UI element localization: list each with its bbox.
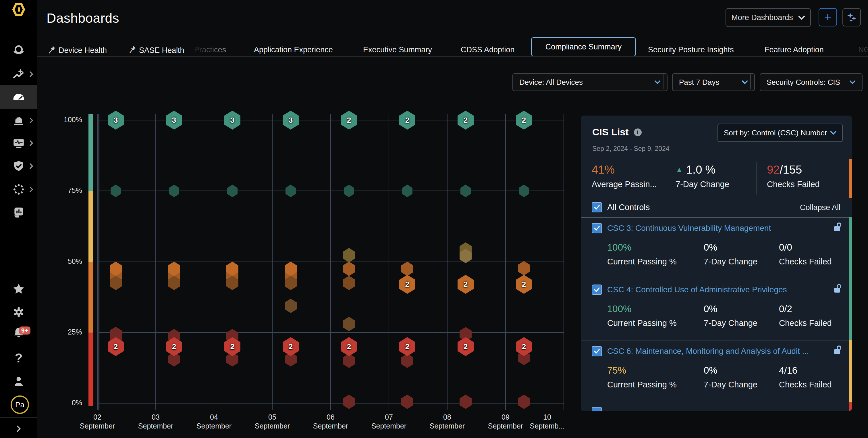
help-icon: ? [15, 351, 23, 365]
csc-row: CSC 6: Maintenance, Monitoring and Analy… [581, 340, 852, 402]
csc-change-value: 0% [704, 242, 717, 253]
hex-marker [460, 395, 472, 409]
sidebar-item-security-posture[interactable] [0, 154, 37, 178]
sidebar-item-segments[interactable] [0, 178, 37, 201]
x-axis-tick-label: 06September [303, 413, 358, 431]
collapse-all-button[interactable]: Collapse All [800, 203, 840, 212]
y-axis-line [98, 114, 99, 410]
v-gridline [389, 114, 389, 410]
hex-marker: 2 [516, 337, 532, 356]
colorbar-segment [89, 114, 93, 191]
csc-checkbox[interactable] [592, 285, 602, 295]
hex-marker: 3 [283, 111, 299, 129]
notification-badge: 9+ [19, 326, 30, 334]
csc-failed-value: 4/16 [779, 365, 797, 376]
v-gridline [155, 114, 156, 410]
dashboards-icon [12, 90, 26, 104]
csc-link[interactable]: CSC 6: Maintenance, Monitoring and Analy… [607, 347, 809, 356]
radar-icon [12, 44, 25, 57]
hex-marker: 2 [458, 275, 474, 294]
sidebar-item-user[interactable] [0, 370, 37, 393]
sidebar-item-reports[interactable] [0, 200, 37, 224]
avatar[interactable]: Pa [11, 396, 29, 414]
v-gridline [214, 114, 214, 410]
h-gridline [99, 191, 564, 191]
avg-passing-label: Average Passin... [592, 180, 657, 189]
row-status-strip [849, 279, 852, 340]
lock-open-icon[interactable] [833, 345, 842, 357]
sidebar-item-dashboards[interactable] [0, 85, 37, 109]
hex-marker [402, 184, 412, 197]
hex-marker [343, 317, 355, 331]
csc-link[interactable]: CSC 4: Controlled Use of Administrative … [607, 285, 787, 294]
csc-row-partial [581, 402, 852, 411]
summary-strip [849, 159, 852, 198]
csc-passing-value: 100% [607, 242, 631, 253]
chevron-right-icon [29, 117, 33, 124]
hex-marker [519, 184, 529, 197]
csc-failed-value: 0/2 [779, 303, 792, 314]
insights-icon [12, 67, 25, 81]
y-axis-tick-label: 25% [51, 328, 82, 336]
csc-checkbox[interactable] [592, 407, 602, 411]
hex-marker: 2 [166, 337, 182, 356]
sidebar-item-favorites[interactable] [0, 278, 37, 300]
hex-marker: 2 [516, 111, 532, 129]
hex-marker: 3 [166, 111, 182, 129]
csc-checkbox[interactable] [592, 223, 602, 233]
y-axis-tick-label: 100% [51, 116, 82, 124]
shield-check-icon [12, 159, 25, 173]
sidebar-item-insights[interactable] [0, 62, 37, 86]
checks-failed-label: Checks Failed [767, 180, 820, 189]
hex-marker: 2 [516, 275, 532, 294]
csc-change-value: 0% [704, 365, 717, 376]
hex-marker: 2 [458, 111, 474, 129]
device-monitor-icon [12, 137, 25, 150]
csc-passing-value: 75% [607, 365, 626, 376]
sidebar-expand-button[interactable] [0, 420, 37, 437]
cis-list-panel: CIS Listi Sort by: Control (CSC) Number … [581, 116, 852, 411]
hex-marker: 2 [399, 111, 415, 129]
hex-marker: 2 [399, 337, 415, 356]
lock-open-icon[interactable] [833, 222, 842, 234]
hex-marker [343, 395, 355, 409]
info-icon[interactable]: i [634, 128, 642, 136]
sidebar-item-radar[interactable] [0, 38, 37, 62]
sidebar-item-notifications[interactable]: 9+ [0, 321, 37, 344]
avg-passing-value: 41% [592, 163, 657, 176]
hex-marker [343, 262, 355, 276]
csc-checkbox[interactable] [592, 346, 602, 356]
csc-link[interactable]: CSC 3: Continuous Vulnerability Manageme… [607, 224, 771, 233]
hex-marker [518, 261, 530, 275]
sidebar-item-settings[interactable] [0, 301, 37, 324]
lock-open-icon[interactable] [833, 283, 842, 295]
app-logo[interactable] [7, 2, 30, 17]
sort-by-dropdown[interactable]: Sort by: Control (CSC) Number [717, 124, 843, 142]
hex-marker: 3 [224, 111, 240, 129]
h-gridline [99, 403, 564, 404]
hex-marker: 2 [399, 275, 415, 294]
panel-title: CIS Listi [592, 126, 642, 138]
all-controls-checkbox[interactable] [592, 202, 602, 212]
chevron-right-icon [29, 140, 33, 146]
alarm-icon [12, 114, 25, 127]
settings-gear-icon [12, 306, 25, 318]
x-axis-tick-label: 04September [187, 413, 241, 431]
hex-marker [343, 275, 355, 290]
x-axis-tick-label: 02September [70, 413, 125, 431]
csc-passing-value: 100% [607, 303, 631, 314]
csc-change-value: 0% [704, 303, 717, 314]
hex-marker [285, 184, 296, 197]
y-axis-tick-label: 50% [51, 257, 82, 266]
hex-marker [111, 184, 121, 197]
dotted-circle-icon [12, 183, 25, 196]
chevron-right-icon [29, 71, 33, 77]
hex-marker [343, 248, 355, 262]
hex-marker: 2 [283, 337, 299, 356]
sidebar-item-device-monitor[interactable] [0, 132, 37, 155]
y-axis-tick-label: 75% [51, 186, 82, 195]
x-axis-tick-label: 07September [362, 413, 416, 431]
avatar-initials: Pa [15, 400, 24, 409]
sidebar-item-alerts[interactable] [0, 109, 37, 132]
sidebar-item-help[interactable]: ? [0, 347, 37, 370]
